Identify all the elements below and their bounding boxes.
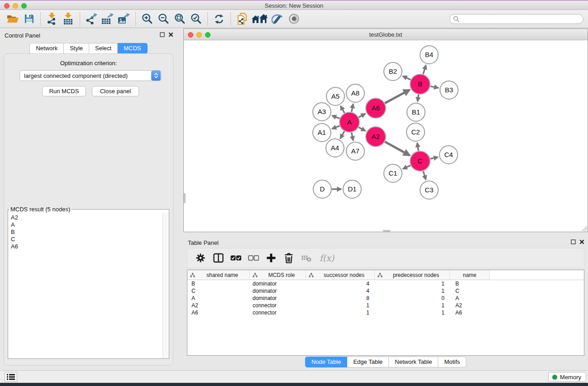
function-builder-button[interactable]: f(x) [316, 250, 337, 266]
delete-column-button[interactable] [281, 250, 296, 266]
network-canvas[interactable]: B4B2BB3A5A8A6B1A3AC2A1A2A4A7C4CC1DD1C3 [184, 40, 588, 232]
graph-node-D1[interactable]: D1 [343, 180, 361, 198]
add-column-button[interactable] [263, 250, 279, 266]
table-cell: B [450, 280, 490, 287]
graph-node-A3[interactable]: A3 [313, 103, 331, 121]
toolbar-separator [230, 12, 231, 26]
column-header-successor-nodes[interactable]: successor nodes [306, 270, 375, 280]
clone-network-icon [237, 13, 248, 25]
export-network-button[interactable] [83, 11, 100, 27]
refresh-button[interactable] [211, 11, 227, 27]
mcds-result-scrollbar[interactable] [163, 213, 169, 358]
plus-icon [266, 253, 276, 263]
graph-node-B4[interactable]: B4 [420, 46, 438, 64]
graph-node-C4[interactable]: C4 [440, 146, 458, 164]
delete-table-button[interactable] [299, 250, 314, 266]
tab-mcds[interactable]: MCDS [118, 43, 147, 54]
zoom-selected-button[interactable] [188, 11, 204, 27]
graph-node-A[interactable]: A [339, 112, 359, 132]
table-row[interactable]: Cdominator41C [187, 287, 584, 295]
float-panel-icon[interactable] [160, 32, 165, 37]
zoom-in-button[interactable] [139, 11, 155, 27]
graph-node-C2[interactable]: C2 [406, 123, 425, 141]
graph-node-A7[interactable]: A7 [346, 142, 364, 160]
tab-edge-table[interactable]: Edge Table [347, 357, 389, 367]
table-cell: connector [250, 309, 306, 316]
column-header-shared-name[interactable]: shared name [187, 270, 250, 280]
graph-node-A1[interactable]: A1 [313, 124, 331, 142]
mcds-result-item[interactable]: A6 [11, 243, 163, 250]
list-icon [7, 373, 15, 381]
column-header-mcds-role[interactable]: MCDS role [250, 270, 306, 280]
network-window-titlebar[interactable]: testGlobe.txt [184, 29, 588, 40]
select-all-columns-button[interactable] [228, 250, 244, 266]
float-panel-icon[interactable] [571, 239, 576, 244]
toggle-visibility-button[interactable] [286, 11, 302, 27]
graph-node-A8[interactable]: A8 [346, 84, 364, 102]
table-row[interactable]: A6connector11A6 [187, 309, 584, 316]
graph-node-C1[interactable]: C1 [384, 164, 402, 182]
run-mcds-button[interactable]: Run MCDS [42, 86, 86, 96]
tab-network[interactable]: Network [29, 43, 64, 54]
resize-grip-icon[interactable] [580, 224, 588, 232]
mcds-result-item[interactable]: C [11, 236, 163, 243]
close-panel-icon[interactable] [579, 239, 584, 244]
graph-node-B[interactable]: B [410, 74, 430, 94]
table-panel: Table Panel [183, 235, 588, 367]
export-image-button[interactable] [116, 11, 132, 27]
clone-network-button[interactable] [234, 11, 250, 27]
tab-node-table[interactable]: Node Table [305, 357, 348, 367]
import-network-button[interactable] [44, 11, 60, 27]
tab-motifs[interactable]: Motifs [438, 357, 466, 367]
mcds-result-group: MCDS result (5 nodes) A2ABCA6 [8, 206, 169, 359]
graph-node-A2[interactable]: A2 [366, 127, 386, 147]
edge-A-A8 [352, 104, 354, 112]
table-tabs: Node TableEdge TableNetwork TableMotifs [183, 357, 588, 367]
node-label: C1 [388, 169, 397, 177]
graph-node-B1[interactable]: B1 [407, 103, 425, 121]
graph-node-D[interactable]: D [313, 180, 331, 198]
search-input[interactable] [449, 14, 583, 24]
node-label: A5 [331, 92, 339, 100]
graph-node-C[interactable]: C [410, 151, 430, 171]
graph-node-B2[interactable]: B2 [384, 62, 402, 81]
task-history-button[interactable] [5, 372, 17, 382]
close-panel-icon[interactable] [168, 32, 173, 37]
memory-status-button[interactable]: Memory [548, 372, 586, 382]
table-row[interactable]: Adominator80A [187, 295, 584, 302]
hide-labels-button[interactable] [269, 11, 286, 27]
save-session-button[interactable] [21, 11, 37, 27]
table-row[interactable]: A2connector11A2 [187, 302, 584, 309]
deselect-all-columns-button[interactable] [246, 250, 261, 266]
import-table-button[interactable] [60, 11, 76, 27]
table-settings-button[interactable] [193, 250, 208, 266]
tab-style[interactable]: Style [64, 43, 89, 54]
workspace: Control Panel NetworkStyleSelectMCDS Opt… [0, 28, 588, 370]
network-vertical-scroll-thumb[interactable] [184, 193, 186, 203]
gear-icon [196, 253, 206, 263]
tab-select[interactable]: Select [89, 43, 118, 54]
criterion-dropdown[interactable]: largest connected component (directed) [19, 70, 162, 81]
graph-node-C3[interactable]: C3 [420, 181, 438, 199]
mcds-result-item[interactable]: A [11, 221, 163, 229]
split-columns-icon [213, 253, 224, 263]
graph-node-A6[interactable]: A6 [366, 98, 386, 118]
network-horizontal-scroll-thumb[interactable] [383, 230, 390, 232]
zoom-out-button[interactable] [155, 11, 172, 27]
graph-node-A4[interactable]: A4 [326, 139, 344, 157]
table-row[interactable]: Bdominator41B [187, 280, 584, 287]
close-panel-button[interactable]: Close panel [92, 86, 139, 96]
column-header-name[interactable]: name [450, 270, 490, 280]
export-table-button[interactable] [100, 11, 116, 27]
graph-node-A5[interactable]: A5 [326, 87, 344, 105]
zoom-fit-button[interactable] [172, 11, 188, 27]
open-file-button[interactable] [5, 11, 21, 27]
graph-node-B3[interactable]: B3 [440, 81, 458, 99]
table-cell: A [450, 295, 490, 302]
mcds-result-item[interactable]: A2 [11, 214, 163, 221]
tab-network-table[interactable]: Network Table [389, 357, 438, 367]
home-button[interactable] [250, 11, 269, 27]
mcds-result-item[interactable]: B [11, 229, 163, 236]
split-table-view-button[interactable] [210, 250, 226, 266]
column-header-predecessor-nodes[interactable]: predecessor nodes [375, 270, 450, 280]
